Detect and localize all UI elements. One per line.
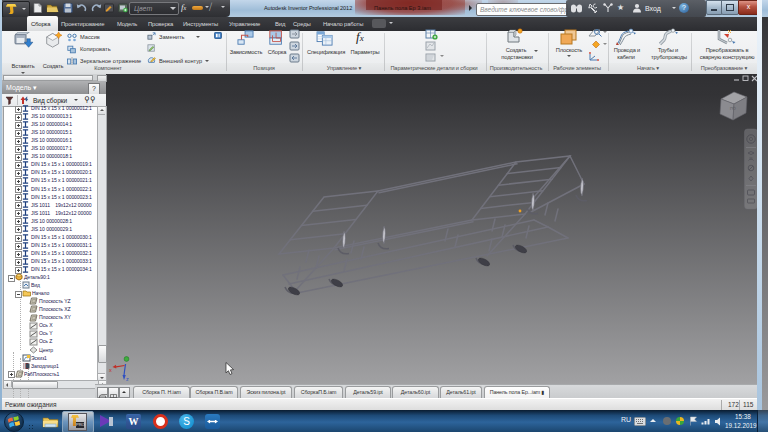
svg-text:z: z [126, 376, 129, 382]
svg-text:x: x [109, 367, 112, 373]
svg-text:ПО: ПО [730, 106, 736, 111]
